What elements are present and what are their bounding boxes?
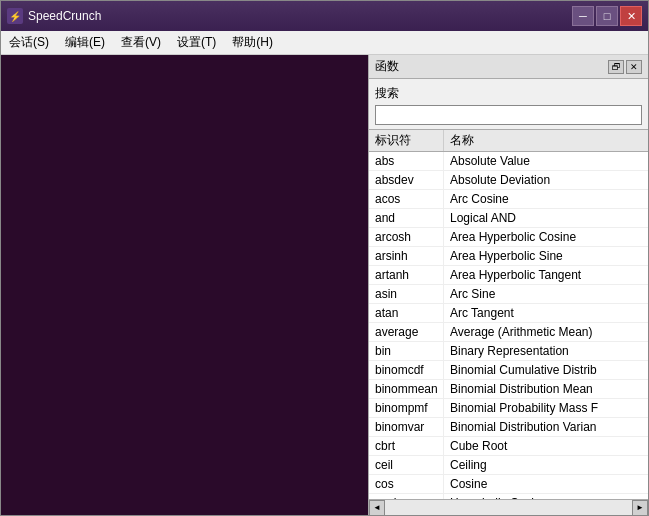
cell-name: Binomial Probability Mass F: [444, 399, 648, 417]
cell-identifier: cos: [369, 475, 444, 493]
cell-name: Area Hyperbolic Cosine: [444, 228, 648, 246]
main-area: 函数 🗗 ✕ 搜索 标识符 名称 absAbsolute Valueabsdev…: [1, 55, 648, 515]
table-row[interactable]: averageAverage (Arithmetic Mean): [369, 323, 648, 342]
functions-panel: 函数 🗗 ✕ 搜索 标识符 名称 absAbsolute Valueabsdev…: [368, 55, 648, 515]
table-row[interactable]: ceilCeiling: [369, 456, 648, 475]
table-row[interactable]: andLogical AND: [369, 209, 648, 228]
horizontal-scrollbar: ◄ ►: [369, 499, 648, 515]
cell-name: Absolute Value: [444, 152, 648, 170]
cell-name: Arc Sine: [444, 285, 648, 303]
cell-identifier: asin: [369, 285, 444, 303]
menu-edit[interactable]: 编辑(E): [57, 31, 113, 54]
table-row[interactable]: cosCosine: [369, 475, 648, 494]
cell-name: Ceiling: [444, 456, 648, 474]
cell-identifier: binomvar: [369, 418, 444, 436]
panel-title-bar: 函数 🗗 ✕: [369, 55, 648, 79]
cell-name: Binomial Distribution Mean: [444, 380, 648, 398]
window-title: SpeedCrunch: [28, 9, 101, 23]
search-input[interactable]: [375, 105, 642, 125]
scroll-right-arrow[interactable]: ►: [632, 500, 648, 516]
scroll-left-arrow[interactable]: ◄: [369, 500, 385, 516]
cell-name: Absolute Deviation: [444, 171, 648, 189]
menu-help[interactable]: 帮助(H): [224, 31, 281, 54]
cell-name: Binomial Distribution Varian: [444, 418, 648, 436]
cell-name: Logical AND: [444, 209, 648, 227]
cell-identifier: atan: [369, 304, 444, 322]
title-bar-left: ⚡ SpeedCrunch: [7, 8, 101, 24]
table-row[interactable]: asinArc Sine: [369, 285, 648, 304]
cell-identifier: binommean: [369, 380, 444, 398]
table-row[interactable]: binBinary Representation: [369, 342, 648, 361]
search-label: 搜索: [375, 85, 642, 102]
cell-identifier: absdev: [369, 171, 444, 189]
cell-identifier: binompmf: [369, 399, 444, 417]
cell-name: Area Hyperbolic Tangent: [444, 266, 648, 284]
main-window: ⚡ SpeedCrunch ─ □ ✕ 会话(S) 编辑(E) 查看(V) 设置…: [0, 0, 649, 516]
cell-identifier: average: [369, 323, 444, 341]
table-row[interactable]: atanArc Tangent: [369, 304, 648, 323]
panel-close-button[interactable]: ✕: [626, 60, 642, 74]
table-row[interactable]: binommeanBinomial Distribution Mean: [369, 380, 648, 399]
cell-identifier: arsinh: [369, 247, 444, 265]
title-bar-buttons: ─ □ ✕: [572, 6, 642, 26]
functions-table[interactable]: absAbsolute ValueabsdevAbsolute Deviatio…: [369, 152, 648, 499]
app-icon: ⚡: [7, 8, 23, 24]
cell-identifier: and: [369, 209, 444, 227]
cell-name: Arc Tangent: [444, 304, 648, 322]
title-bar: ⚡ SpeedCrunch ─ □ ✕: [1, 1, 648, 31]
maximize-button[interactable]: □: [596, 6, 618, 26]
cell-identifier: cbrt: [369, 437, 444, 455]
cell-name: Average (Arithmetic Mean): [444, 323, 648, 341]
cell-identifier: ceil: [369, 456, 444, 474]
cell-name: Area Hyperbolic Sine: [444, 247, 648, 265]
minimize-button[interactable]: ─: [572, 6, 594, 26]
calculator-area[interactable]: [1, 55, 368, 515]
close-button[interactable]: ✕: [620, 6, 642, 26]
menu-view[interactable]: 查看(V): [113, 31, 169, 54]
cell-identifier: arcosh: [369, 228, 444, 246]
menu-settings[interactable]: 设置(T): [169, 31, 224, 54]
menu-session[interactable]: 会话(S): [1, 31, 57, 54]
cell-identifier: binomcdf: [369, 361, 444, 379]
menu-bar: 会话(S) 编辑(E) 查看(V) 设置(T) 帮助(H): [1, 31, 648, 55]
table-row[interactable]: binompmfBinomial Probability Mass F: [369, 399, 648, 418]
table-row[interactable]: absdevAbsolute Deviation: [369, 171, 648, 190]
table-row[interactable]: arcoshArea Hyperbolic Cosine: [369, 228, 648, 247]
cell-name: Cube Root: [444, 437, 648, 455]
cell-name: Cosine: [444, 475, 648, 493]
search-area: 搜索: [369, 79, 648, 129]
table-row[interactable]: binomvarBinomial Distribution Varian: [369, 418, 648, 437]
cell-identifier: artanh: [369, 266, 444, 284]
col-name-header: 名称: [444, 130, 648, 151]
panel-restore-button[interactable]: 🗗: [608, 60, 624, 74]
cell-identifier: abs: [369, 152, 444, 170]
cell-name: Binary Representation: [444, 342, 648, 360]
table-row[interactable]: cbrtCube Root: [369, 437, 648, 456]
cell-name: Arc Cosine: [444, 190, 648, 208]
cell-identifier: acos: [369, 190, 444, 208]
table-row[interactable]: binomcdfBinomial Cumulative Distrib: [369, 361, 648, 380]
panel-title: 函数: [375, 58, 399, 75]
panel-title-buttons: 🗗 ✕: [608, 60, 642, 74]
cell-identifier: bin: [369, 342, 444, 360]
table-header: 标识符 名称: [369, 129, 648, 152]
table-row[interactable]: acosArc Cosine: [369, 190, 648, 209]
table-row[interactable]: absAbsolute Value: [369, 152, 648, 171]
cell-name: Binomial Cumulative Distrib: [444, 361, 648, 379]
table-row[interactable]: artanhArea Hyperbolic Tangent: [369, 266, 648, 285]
col-id-header: 标识符: [369, 130, 444, 151]
table-row[interactable]: arsinhArea Hyperbolic Sine: [369, 247, 648, 266]
scroll-track[interactable]: [385, 500, 632, 515]
